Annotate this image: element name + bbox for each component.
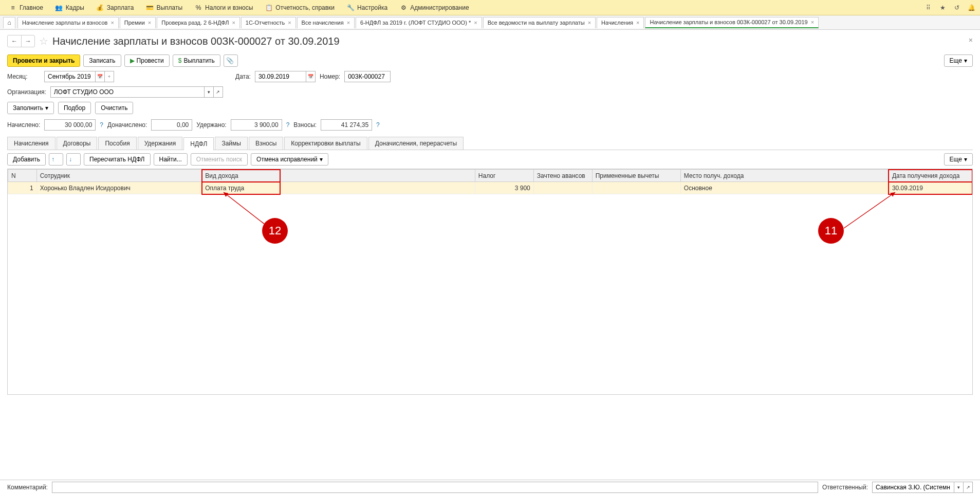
close-icon[interactable]: × xyxy=(232,20,235,26)
menu-zarplata[interactable]: 💰 Зарплата xyxy=(91,2,139,13)
nav-arrows: ← → xyxy=(7,35,35,47)
apps-icon[interactable]: ⠿ xyxy=(923,3,933,12)
tab-item[interactable]: Начисления× xyxy=(597,17,644,28)
org-input[interactable] xyxy=(50,86,205,98)
inner-tabs: Начисления Договоры Пособия Удержания НД… xyxy=(7,137,973,150)
post-and-close-button[interactable]: Провести и закрыть xyxy=(7,54,80,67)
tab-item[interactable]: 6-НДФЛ за 2019 г. (ЛОФТ СТУДИО ООО) *× xyxy=(356,17,482,28)
pick-button[interactable]: Подбор xyxy=(58,102,91,114)
close-icon[interactable]: × xyxy=(588,20,591,26)
calendar-icon[interactable]: 📅 xyxy=(306,71,316,82)
nav-back[interactable]: ← xyxy=(8,35,21,47)
table-row[interactable]: 1 Хоронько Владлен Исидорович Оплата тру… xyxy=(8,182,972,194)
star-icon[interactable]: ★ xyxy=(938,3,947,12)
cell-deductions[interactable] xyxy=(592,182,680,194)
close-icon[interactable]: × xyxy=(288,20,291,26)
cell-tax[interactable]: 3 900 xyxy=(475,182,533,194)
th-employee[interactable]: Сотрудник xyxy=(36,170,202,182)
menu-nastroyka[interactable]: 🔧 Настройка xyxy=(342,2,393,13)
tab-item[interactable]: Все начисления× xyxy=(297,17,355,28)
add-button[interactable]: Добавить xyxy=(7,153,46,166)
inner-tab[interactable]: Доначисления, перерасчеты xyxy=(368,137,464,150)
history-icon[interactable]: ↺ xyxy=(952,3,961,12)
percent-icon: % xyxy=(195,4,202,11)
bell-icon[interactable]: 🔔 xyxy=(967,3,976,12)
close-icon[interactable]: × xyxy=(811,19,814,25)
inner-tab[interactable]: Начисления xyxy=(7,137,56,150)
help-icon[interactable]: ? xyxy=(100,121,103,129)
spinner-icon[interactable]: ÷ xyxy=(105,71,114,82)
menu-main[interactable]: ≡ Главное xyxy=(4,2,48,13)
more-button-2[interactable]: Еще ▾ xyxy=(944,153,973,166)
cell-n[interactable]: 1 xyxy=(8,182,37,194)
attach-button[interactable]: 📎 xyxy=(224,54,238,67)
close-icon[interactable]: × xyxy=(636,20,639,26)
add-accrued-label: Доначислено: xyxy=(107,121,147,129)
inner-tab[interactable]: Корректировки выплаты xyxy=(284,137,367,150)
th-blank[interactable] xyxy=(280,170,475,182)
dropdown-icon[interactable]: ▾ xyxy=(205,86,214,98)
th-advance[interactable]: Зачтено авансов xyxy=(533,170,592,182)
close-icon[interactable]: × xyxy=(474,20,477,26)
open-icon[interactable]: ↗ xyxy=(214,86,223,98)
menu-otchet[interactable]: 📋 Отчетность, справки xyxy=(260,2,340,13)
th-deductions[interactable]: Примененные вычеты xyxy=(592,170,680,182)
favorite-star-icon[interactable]: ☆ xyxy=(39,35,48,47)
tab-item[interactable]: 1С-Отчетность× xyxy=(241,17,296,28)
fill-button[interactable]: Заполнить ▾ xyxy=(7,102,54,114)
recalc-ndfl-button[interactable]: Пересчитать НДФЛ xyxy=(84,153,150,166)
cancel-fix-button[interactable]: Отмена исправлений ▾ xyxy=(251,153,328,166)
inner-tab-ndfl[interactable]: НДФЛ xyxy=(183,137,214,150)
wrench-icon: 🔧 xyxy=(347,4,354,11)
tab-item[interactable]: Премии× xyxy=(120,17,156,28)
cell-employee[interactable]: Хоронько Владлен Исидорович xyxy=(36,182,202,194)
date-input-group: 📅 xyxy=(255,71,316,82)
cell-blank[interactable] xyxy=(280,182,475,194)
th-place[interactable]: Место получ. дохода xyxy=(680,170,889,182)
money-icon: 💰 xyxy=(97,4,104,11)
arrow-12 xyxy=(218,190,280,231)
th-tax[interactable]: Налог xyxy=(475,170,533,182)
tab-item[interactable]: Начисление зарплаты и взносов× xyxy=(17,17,119,28)
number-input[interactable] xyxy=(344,71,391,82)
clear-button[interactable]: Очистить xyxy=(95,102,133,114)
move-up-button[interactable]: ↑ xyxy=(49,153,63,166)
page-close-icon[interactable]: × xyxy=(969,36,973,44)
th-n[interactable]: N xyxy=(8,170,37,182)
inner-tab[interactable]: Взносы xyxy=(249,137,283,150)
inner-tab[interactable]: Договоры xyxy=(57,137,98,150)
inner-tab[interactable]: Удержания xyxy=(138,137,183,150)
menu-vyplaty[interactable]: 💳 Выплаты xyxy=(141,2,188,13)
help-icon[interactable]: ? xyxy=(286,121,290,129)
menu-admin[interactable]: ⚙ Администрирование xyxy=(395,2,474,13)
tab-item-active[interactable]: Начисление зарплаты и взносов 00ЗК-00002… xyxy=(645,17,819,28)
more-button[interactable]: Еще ▾ xyxy=(944,54,973,67)
inner-tab[interactable]: Пособия xyxy=(98,137,136,150)
move-down-button[interactable]: ↓ xyxy=(66,153,81,166)
calendar-icon[interactable]: 📅 xyxy=(96,71,105,82)
menu-nalogi[interactable]: % Налоги и взносы xyxy=(190,2,258,13)
close-icon[interactable]: × xyxy=(347,20,350,26)
th-income-type[interactable]: Вид дохода xyxy=(202,170,280,182)
tab-item[interactable]: Проверка разд. 2 6-НДФЛ× xyxy=(157,17,240,28)
menu-label: Налоги и взносы xyxy=(205,4,253,11)
th-income-date[interactable]: Дата получения дохода xyxy=(889,170,972,182)
post-button[interactable]: ▶ Провести xyxy=(124,54,170,67)
chevron-down-icon: ▾ xyxy=(320,156,323,163)
cell-advance[interactable] xyxy=(533,182,592,194)
home-tab[interactable]: ⌂ xyxy=(3,17,15,28)
month-input[interactable] xyxy=(44,71,96,82)
menu-kadry[interactable]: 👥 Кадры xyxy=(50,2,89,13)
cell-income-date[interactable]: 30.09.2019 xyxy=(889,182,972,194)
help-icon[interactable]: ? xyxy=(376,121,380,129)
contrib-value: 41 274,35 xyxy=(321,119,372,131)
save-button[interactable]: Записать xyxy=(83,54,121,67)
date-input[interactable] xyxy=(255,71,306,82)
inner-tab[interactable]: Займы xyxy=(215,137,248,150)
pay-button[interactable]: $ Выплатить xyxy=(173,54,220,67)
close-icon[interactable]: × xyxy=(148,20,151,26)
find-button[interactable]: Найти... xyxy=(154,153,188,166)
tab-item[interactable]: Все ведомости на выплату зарплаты× xyxy=(483,17,596,28)
nav-forward[interactable]: → xyxy=(21,35,34,47)
close-icon[interactable]: × xyxy=(110,20,114,26)
